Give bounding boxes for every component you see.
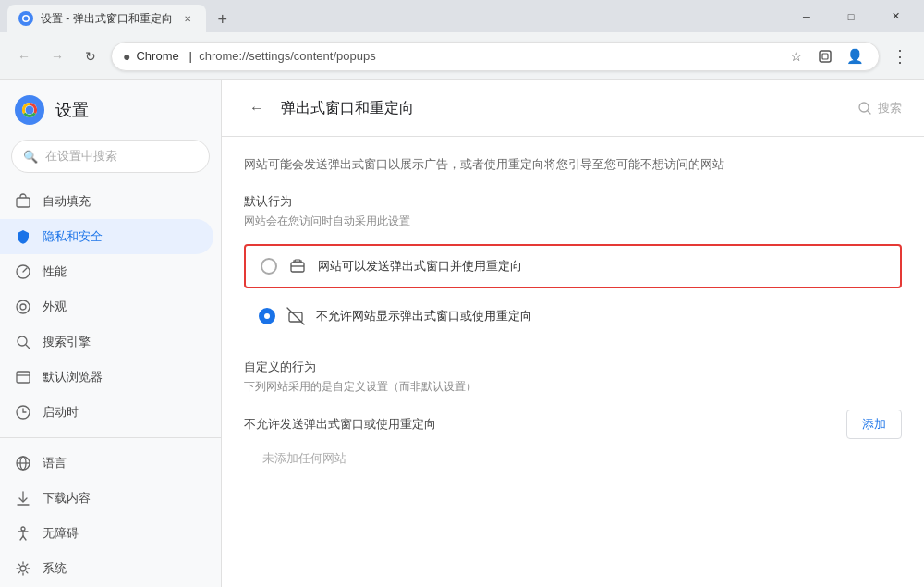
svg-rect-25 (295, 260, 300, 262)
content-area: ← 弹出式窗口和重定向 搜索 网站可能会发送弹出式窗口以展示广告，或者使用重定向… (222, 80, 924, 587)
svg-point-2 (24, 17, 29, 21)
address-url-domain: chrome:// (199, 49, 249, 63)
sidebar-item-label: 语言 (43, 455, 67, 471)
sidebar-search-icon: 🔍 (23, 150, 38, 164)
performance-icon (15, 263, 31, 280)
menu-icon[interactable]: ⋮ (887, 43, 913, 69)
back-nav-button[interactable]: ← (11, 43, 37, 69)
block-option-icon (286, 307, 305, 325)
sidebar-item-appearance[interactable]: 外观 (0, 289, 213, 324)
default-behavior-label: 默认行为 (244, 193, 902, 210)
sidebar-item-label: 隐私和安全 (43, 228, 103, 245)
sidebar-header: 设置 (0, 88, 221, 140)
sidebar-item-label: 外观 (43, 299, 67, 315)
sidebar-settings-title: 设置 (55, 99, 89, 121)
content-search[interactable]: 搜索 (857, 100, 902, 116)
sidebar-item-privacy[interactable]: 隐私和安全 (0, 219, 213, 254)
sidebar-item-search[interactable]: 搜索引擎 (0, 324, 213, 360)
sidebar-item-system[interactable]: 系统 (0, 551, 213, 586)
sidebar-search[interactable]: 🔍 在设置中搜索 (11, 140, 210, 173)
language-icon (15, 455, 31, 471)
allow-radio-btn[interactable] (261, 258, 277, 275)
svg-rect-14 (17, 372, 30, 383)
sidebar-item-language[interactable]: 语言 (0, 446, 213, 481)
sidebar-search-placeholder: 在设置中搜索 (45, 148, 117, 165)
sidebar-item-label: 无障碍 (43, 525, 79, 542)
new-tab-button[interactable]: + (210, 6, 236, 32)
svg-point-13 (18, 336, 27, 346)
autofill-icon (15, 193, 31, 210)
page-description: 网站可能会发送弹出式窗口以展示广告，或者使用重定向将您引导至您可能不想访问的网站 (244, 155, 902, 175)
sidebar-item-label: 启动时 (43, 404, 79, 421)
active-tab[interactable]: 设置 - 弹出式窗口和重定向 ✕ (7, 5, 206, 32)
sidebar-divider (0, 437, 221, 438)
block-add-row: 不允许发送弹出式窗口或使用重定向 添加 (244, 410, 902, 439)
svg-point-22 (20, 566, 26, 571)
profile-icon[interactable]: 👤 (842, 43, 868, 69)
pwa-install-icon[interactable] (812, 43, 838, 69)
accessibility-icon (15, 525, 31, 542)
sidebar-item-label: 系统 (43, 560, 67, 577)
privacy-icon (15, 228, 31, 245)
sidebar-item-autofill[interactable]: 自动填充 (0, 184, 213, 219)
default-behavior-sub: 网站会在您访问时自动采用此设置 (244, 214, 902, 229)
empty-state-label: 未添加任何网站 (262, 450, 902, 467)
tab-favicon (18, 11, 33, 26)
content-body: 网站可能会发送弹出式窗口以展示广告，或者使用重定向将您引导至您可能不想访问的网站… (222, 137, 924, 485)
address-bar[interactable]: ● Chrome | chrome://settings/content/pop… (111, 42, 880, 71)
svg-rect-9 (17, 198, 30, 207)
sidebar-item-label: 自动填充 (43, 193, 91, 210)
custom-section-title: 自定义的行为 (244, 359, 902, 375)
block-radio-btn[interactable] (259, 308, 275, 324)
sidebar-item-accessibility[interactable]: 无障碍 (0, 516, 213, 551)
allow-option-icon (288, 257, 307, 275)
content-search-icon (857, 101, 872, 116)
svg-rect-3 (820, 51, 831, 62)
sidebar-item-browser[interactable]: 默认浏览器 (0, 360, 213, 395)
system-icon (15, 560, 31, 577)
titlebar: 设置 - 弹出式窗口和重定向 ✕ + ─ □ ✕ (0, 0, 924, 32)
chrome-logo-icon (15, 95, 44, 125)
allow-option[interactable]: 网站可以发送弹出式窗口并使用重定向 (244, 244, 902, 288)
address-domain: Chrome (136, 49, 178, 63)
sidebar-item-performance[interactable]: 性能 (0, 254, 213, 289)
address-url-path: settings/content/popups (249, 49, 375, 63)
svg-point-23 (859, 103, 869, 112)
block-option-label: 不允许网站显示弹出式窗口或使用重定向 (316, 308, 532, 324)
forward-nav-button[interactable]: → (44, 43, 70, 69)
svg-rect-4 (822, 54, 828, 59)
svg-point-11 (17, 300, 30, 313)
maximize-button[interactable]: □ (830, 0, 872, 32)
address-actions: ☆ 👤 (783, 43, 868, 69)
startup-icon (15, 404, 31, 421)
custom-section-desc: 下列网站采用的是自定义设置（而非默认设置） (244, 379, 902, 395)
sidebar-item-downloads[interactable]: 下载内容 (0, 481, 213, 516)
sidebar-item-label: 默认浏览器 (43, 369, 103, 385)
svg-point-21 (21, 527, 25, 531)
add-block-button[interactable]: 添加 (846, 410, 902, 439)
tab-close-btn[interactable]: ✕ (180, 11, 195, 26)
block-option[interactable]: 不允许网站显示弹出式窗口或使用重定向 (244, 296, 902, 336)
block-section-label: 不允许发送弹出式窗口或使用重定向 (244, 416, 436, 433)
sidebar-item-label: 性能 (43, 263, 67, 280)
addressbar: ← → ↻ ● Chrome | chrome://settings/conte… (0, 32, 924, 80)
svg-rect-24 (291, 263, 304, 272)
custom-section: 自定义的行为 下列网站采用的是自定义设置（而非默认设置） 不允许发送弹出式窗口或… (244, 359, 902, 467)
content-header: ← 弹出式窗口和重定向 搜索 (222, 80, 924, 137)
content-page-title: 弹出式窗口和重定向 (281, 99, 846, 118)
svg-point-12 (20, 304, 26, 310)
reload-button[interactable]: ↻ (78, 43, 103, 69)
tab-bar: 设置 - 弹出式窗口和重定向 ✕ + (7, 0, 236, 32)
svg-point-8 (26, 106, 34, 115)
allow-option-label: 网站可以发送弹出式窗口并使用重定向 (318, 258, 522, 275)
back-button[interactable]: ← (244, 95, 270, 121)
close-button[interactable]: ✕ (874, 0, 917, 32)
bookmark-icon[interactable]: ☆ (783, 43, 808, 69)
sidebar-item-startup[interactable]: 启动时 (0, 395, 213, 430)
search-icon (15, 334, 31, 350)
main-layout: 设置 🔍 在设置中搜索 自动填充 隐私和安全 (0, 80, 924, 587)
sidebar: 设置 🔍 在设置中搜索 自动填充 隐私和安全 (0, 80, 222, 587)
window-controls: ─ □ ✕ (785, 0, 917, 32)
minimize-button[interactable]: ─ (785, 0, 828, 32)
address-security-icon: ● (123, 49, 130, 64)
